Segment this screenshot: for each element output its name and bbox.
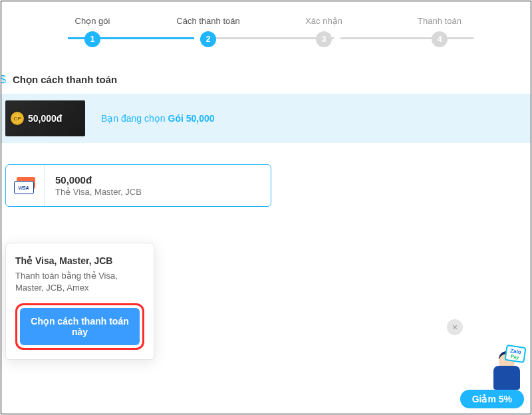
cta-highlight: Chọn cách thanh toán này (15, 303, 144, 350)
card-info: 50,000đ Thẻ Visa, Master, JCB (45, 165, 152, 206)
section-title: Chọn cách thanh toán (13, 74, 117, 86)
banner-prefix: Bạn đang chọn (101, 113, 168, 124)
package-price: 50,000đ (28, 113, 62, 124)
banner-text: Bạn đang chọn Gói 50,000 (101, 113, 215, 124)
card-icon-area: VISA (6, 165, 45, 206)
step-number: 3 (316, 31, 332, 47)
dollar-icon: $ (1, 74, 6, 86)
step-label: Xác nhận (266, 16, 382, 26)
checkout-stepper: Chọn gói 1 Cách thanh toán 2 Xác nhận 3 … (1, 1, 531, 47)
step-connector (201, 37, 334, 39)
step-label: Thanh toán (382, 16, 497, 26)
payment-amount: 50,000đ (55, 174, 142, 186)
payment-desc: Thẻ Visa, Master, JCB (55, 187, 142, 197)
discount-badge[interactable]: Giảm 5% (460, 390, 524, 408)
banner-package: Gói 50,000 (168, 113, 215, 124)
close-icon[interactable]: × (447, 319, 463, 335)
step-cach-thanh-toan[interactable]: Cách thanh toán 2 (150, 16, 266, 47)
step-label: Chọn gói (35, 16, 150, 26)
choose-payment-button[interactable]: Chọn cách thanh toán này (20, 308, 140, 345)
step-chon-goi[interactable]: Chọn gói 1 (35, 16, 150, 47)
coin-icon: CP (11, 112, 24, 125)
package-image: CP 50,000đ (5, 100, 85, 136)
section-header: $ Chọn cách thanh toán (1, 47, 531, 94)
promo-widget: × Zalo Pay Giảm 5% (460, 348, 524, 408)
selected-package-banner: CP 50,000đ Bạn đang chọn Gói 50,000 (1, 94, 531, 143)
step-number: 1 (84, 31, 100, 47)
step-connector (340, 37, 473, 39)
card-brand-label: VISA (18, 186, 29, 190)
payment-confirm-panel: Thẻ Visa, Master, JCB Thanh toán bằng th… (5, 243, 154, 360)
step-label: Cách thanh toán (150, 16, 266, 26)
panel-desc: Thanh toán bằng thẻ Visa, Master, JCB, A… (15, 270, 144, 294)
step-xac-nhan: Xác nhận 3 (266, 16, 382, 47)
zalopay-icon: Zalo Pay (504, 345, 526, 363)
credit-card-icon: VISA (14, 177, 37, 194)
payment-method-card-visa[interactable]: VISA 50,000đ Thẻ Visa, Master, JCB (5, 164, 271, 207)
brand-bot: Pay (511, 354, 519, 360)
step-number: 4 (432, 31, 448, 47)
step-thanh-toan: Thanh toán 4 (382, 16, 497, 47)
promo-mascot[interactable]: Zalo Pay (472, 348, 524, 390)
panel-title: Thẻ Visa, Master, JCB (15, 255, 144, 266)
step-number: 2 (200, 31, 216, 47)
